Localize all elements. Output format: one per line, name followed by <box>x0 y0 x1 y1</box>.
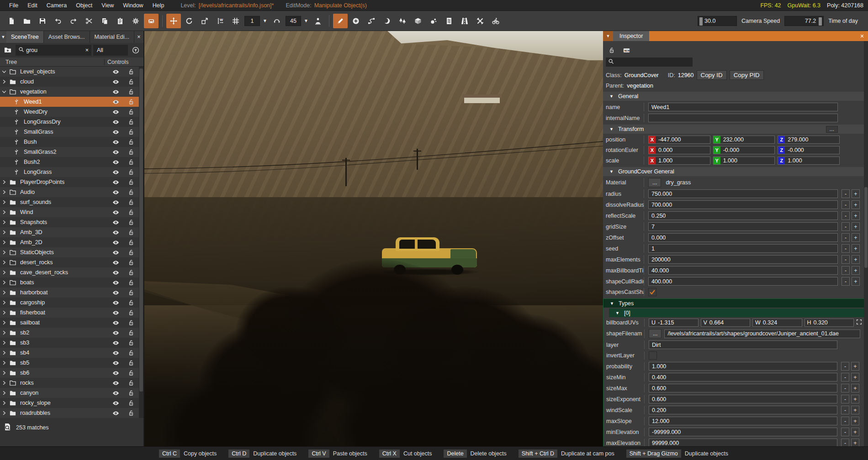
chevron-right-icon[interactable] <box>0 320 8 325</box>
decrement-button[interactable]: - <box>841 428 849 436</box>
unlock-icon[interactable] <box>123 119 139 125</box>
decrement-button[interactable]: - <box>841 439 849 446</box>
visibility-eye-icon[interactable] <box>108 149 123 156</box>
unlock-icon[interactable] <box>123 299 139 306</box>
section-header[interactable]: ▼General <box>603 92 868 101</box>
chevron-right-icon[interactable] <box>0 310 8 315</box>
file-path-input[interactable]: /levels/africantrails/art/shapes/groundc… <box>664 329 860 338</box>
tree-row-sb2[interactable]: sb2 <box>0 328 139 338</box>
section-header[interactable]: ▼Transform... <box>603 125 868 134</box>
visibility-eye-icon[interactable] <box>108 329 123 336</box>
visibility-eye-icon[interactable] <box>108 89 123 95</box>
unlock-icon[interactable] <box>123 390 139 396</box>
decrement-button[interactable]: - <box>842 211 850 220</box>
tree-row-audio[interactable]: Audio <box>0 187 139 197</box>
visibility-eye-icon[interactable] <box>108 299 123 306</box>
text-input[interactable]: Dirt <box>649 340 837 349</box>
tree-row-sb3[interactable]: sb3 <box>0 338 139 348</box>
unlock-icon[interactable] <box>123 309 139 316</box>
inspector-scrollbar[interactable] <box>864 41 868 446</box>
unlock-icon[interactable] <box>123 360 139 366</box>
visibility-eye-icon[interactable] <box>108 68 123 75</box>
close-tab-icon[interactable]: × <box>134 31 143 43</box>
unlock-icon[interactable] <box>123 159 139 165</box>
vehicle-icon[interactable] <box>144 14 159 28</box>
chevron-right-icon[interactable] <box>0 370 8 376</box>
increment-button[interactable]: + <box>852 189 860 198</box>
chevron-right-icon[interactable] <box>0 270 8 275</box>
copy-id-button[interactable]: Copy ID <box>697 70 727 80</box>
visibility-eye-icon[interactable] <box>108 340 123 346</box>
increment-button[interactable]: + <box>851 417 859 425</box>
camera-speed-input[interactable]: 30.0 <box>698 16 737 26</box>
tree-row-longgrass[interactable]: LongGrass <box>0 167 139 177</box>
unlock-icon[interactable] <box>123 249 139 256</box>
tree-row-bush2[interactable]: Bush2 <box>0 157 139 167</box>
tree-row-cave_desert_rocks[interactable]: cave_desert_rocks <box>0 267 139 277</box>
unlock-icon[interactable] <box>123 410 139 416</box>
chevron-right-icon[interactable] <box>0 220 8 225</box>
number-input[interactable]: 750.000 <box>648 189 838 198</box>
tree-row-smallgrass[interactable]: SmallGrass <box>0 127 139 137</box>
menu-file[interactable]: File <box>5 1 23 10</box>
add-object-icon[interactable] <box>349 14 363 28</box>
increment-button[interactable]: + <box>852 233 860 242</box>
number-input[interactable]: 0.400 <box>649 373 837 382</box>
decrement-button[interactable]: - <box>841 417 849 425</box>
snap-value-dropdown[interactable]: 45 <box>286 16 301 26</box>
visibility-eye-icon[interactable] <box>108 259 123 266</box>
x-input[interactable]: X0.000 <box>648 146 710 154</box>
chevron-down-icon[interactable] <box>0 89 8 94</box>
tree-row-level_objects[interactable]: Level_objects <box>0 67 139 77</box>
tree-row-vegetation[interactable]: vegetation <box>0 87 139 97</box>
tree-row-sb4[interactable]: sb4 <box>0 348 139 358</box>
unlock-icon[interactable] <box>123 78 139 85</box>
road-tool-icon[interactable] <box>457 14 472 28</box>
increment-button[interactable]: + <box>852 211 860 220</box>
decrement-button[interactable]: - <box>841 384 849 392</box>
filter-dropdown[interactable]: All <box>93 45 128 56</box>
increment-button[interactable]: + <box>851 362 859 371</box>
unlock-icon[interactable] <box>123 329 139 336</box>
visibility-eye-icon[interactable] <box>108 139 123 146</box>
decrement-button[interactable]: - <box>841 373 849 382</box>
decrement-button[interactable]: - <box>842 255 850 264</box>
chevron-right-icon[interactable] <box>0 280 8 285</box>
number-input[interactable]: 0.000 <box>648 233 838 242</box>
forest-tool-icon[interactable] <box>395 14 410 28</box>
visibility-eye-icon[interactable] <box>108 289 123 296</box>
chevron-right-icon[interactable] <box>0 400 8 406</box>
increment-button[interactable]: + <box>852 244 860 253</box>
visibility-eye-icon[interactable] <box>108 239 123 246</box>
tree-row-amb_3d[interactable]: Amb_3D <box>0 227 139 237</box>
time-of-day-grip[interactable] <box>819 17 822 26</box>
decrement-button[interactable]: - <box>842 277 850 286</box>
tree-row-boats[interactable]: boats <box>0 277 139 288</box>
unlock-icon[interactable] <box>123 99 139 105</box>
increment-button[interactable]: + <box>852 266 860 275</box>
unlock-icon[interactable] <box>123 68 139 75</box>
expand-icon[interactable] <box>856 319 862 326</box>
camera-person-icon[interactable] <box>311 14 325 28</box>
terrain-tool-icon[interactable] <box>380 14 394 28</box>
visibility-eye-icon[interactable] <box>108 219 123 226</box>
inspector-scrollbar-thumb[interactable] <box>864 187 868 268</box>
collapse-triangle-icon[interactable]: ▼ <box>609 127 614 131</box>
scenetree-search-input[interactable]: grou × <box>16 45 91 56</box>
inspector-search-input[interactable] <box>606 58 693 67</box>
increment-button[interactable]: + <box>851 428 859 436</box>
unlock-icon[interactable] <box>123 189 139 195</box>
menu-object[interactable]: Object <box>71 1 97 10</box>
unlock-icon[interactable] <box>123 340 139 346</box>
clear-search-icon[interactable]: × <box>85 47 89 53</box>
increment-button[interactable]: + <box>851 373 859 382</box>
unlock-icon[interactable] <box>123 129 139 135</box>
number-input[interactable]: 99999.000 <box>649 439 837 446</box>
inspector-menu-icon[interactable]: ▼ <box>603 31 613 41</box>
chevron-right-icon[interactable] <box>0 199 8 205</box>
decrement-button[interactable]: - <box>842 233 850 242</box>
checkbox[interactable] <box>648 288 656 296</box>
y-input[interactable]: Y-0.000 <box>713 146 775 154</box>
menu-edit[interactable]: Edit <box>23 1 42 10</box>
unlock-icon[interactable] <box>123 279 139 286</box>
